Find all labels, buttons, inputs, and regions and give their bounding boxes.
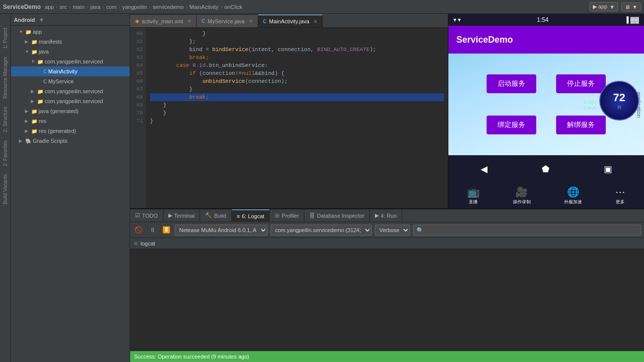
tree-item-res[interactable]: ▶ 📁 res (11, 116, 130, 126)
app-selector[interactable]: ▶ app ▼ (589, 2, 618, 11)
status-text: Success: Operation succeeded (9 minutes … (134, 354, 249, 360)
emulator-body: 启动服务 停止服务 绑定服务 解绑服务 application 72 (448, 54, 644, 155)
device-selector[interactable]: Netease MuMu Android 6.0.1, A (175, 225, 268, 236)
chevron-icon: ▶ (19, 138, 24, 143)
live-button[interactable]: 📺 直播 (467, 186, 480, 205)
start-service-button[interactable]: 启动服务 (487, 74, 536, 93)
code-line: unbindService(connection); (150, 77, 444, 85)
folder-icon: 📁 (37, 89, 43, 94)
xml-icon: ◈ (135, 18, 139, 24)
emulator-app-title: ServiceDemo (456, 35, 513, 45)
nav-back-button[interactable]: ◀ (477, 160, 492, 179)
logcat-header: ≡ logcat (130, 238, 644, 249)
code-line: } (150, 85, 444, 93)
status-bar: Success: Operation succeeded (9 minutes … (130, 351, 644, 362)
close-icon[interactable]: ✕ (313, 19, 317, 24)
code-line: if (connection!=null&&bind) { (150, 69, 444, 77)
tab-run[interactable]: ▶ 4: Run (370, 209, 402, 222)
live-icon: 📺 (467, 186, 480, 198)
tree-item-java[interactable]: ▼ 📁 java (11, 47, 130, 57)
chevron-icon: ▼ (19, 29, 24, 34)
more-button[interactable]: ⋯ 更多 (615, 186, 625, 205)
record-button[interactable]: 🎥 操作录制 (513, 186, 531, 205)
logcat-search-input[interactable] (413, 225, 641, 236)
code-editor: ◈ activity_main.xml ✕ C MyService.java ✕… (130, 14, 448, 208)
bind-service-button[interactable]: 绑定服务 (487, 116, 536, 134)
brand-label: ServiceDemo (3, 3, 41, 10)
level-selector[interactable]: Verbose Debug Info Warn Error (375, 225, 410, 236)
side-tab-structure[interactable]: 2: Structure (1, 103, 9, 136)
bottom-tabs: ☑ TODO ▶ Terminal 🔨 Build ≡ 6: Logcat (130, 209, 644, 222)
bottom-content: 🚫 ⏸ ⏬ Netease MuMu Android 6.0.1, A com.… (130, 222, 644, 351)
content-area: Android ▼ ▼ 📁 app ▶ 📁 manifests ▼ 📁 (11, 14, 644, 362)
stop-service-button[interactable]: 停止服务 (556, 74, 606, 93)
code-line: } (150, 101, 444, 109)
logcat-content[interactable] (130, 249, 644, 351)
side-tab-build-variants[interactable]: Build Variants (1, 170, 9, 208)
tree-item-package[interactable]: ▼ 📁 com.yangpeilin.serviced (11, 57, 130, 66)
device-selector[interactable]: 🖥 ▼ (621, 2, 641, 11)
emulator-bottom-bar: 📺 直播 🎥 操作录制 🌐 外服加速 (448, 183, 644, 208)
accelerate-button[interactable]: 🌐 外服加速 (564, 186, 582, 205)
folder-icon: 📁 (37, 99, 43, 104)
package-selector[interactable]: com.yangpeilin.servicedemo (3124; (271, 225, 372, 236)
project-panel-header: Android ▼ (11, 14, 130, 26)
code-line: }; (150, 38, 444, 46)
tree-item-package3[interactable]: ▶ 📁 com.yangpeilin.serviced (11, 96, 130, 106)
scroll-end-button[interactable]: ⏬ (161, 225, 172, 236)
right-panel: ◈ activity_main.xml ✕ C MyService.java ✕… (130, 14, 644, 362)
code-line: bind = bindService(intent, connection, B… (150, 46, 444, 54)
chevron-icon: ▶ (25, 39, 30, 44)
tab-todo[interactable]: ☑ TODO (130, 209, 163, 222)
build-icon: 🔨 (205, 212, 212, 219)
gradle-icon: 🐘 (25, 138, 31, 144)
side-tab-project[interactable]: 1: Project (1, 24, 9, 53)
close-icon[interactable]: ✕ (249, 18, 253, 24)
code-lines: } }; bind = bindService(intent, connecti… (146, 28, 448, 208)
tree-item-package2[interactable]: ▶ 📁 com.yangpeilin.serviced (11, 86, 130, 96)
clear-logcat-button[interactable]: 🚫 (133, 225, 144, 236)
profiler-icon: ◎ (275, 212, 280, 219)
list-icon: ≡ (134, 240, 138, 247)
left-side-tabs: 1: Project Resource Manager 2: Structure… (0, 14, 11, 362)
tab-logcat[interactable]: ≡ 6: Logcat (232, 209, 270, 222)
perf-number: 72 (613, 91, 625, 104)
folder-icon: 📁 (31, 119, 37, 124)
folder-icon: 📁 (31, 49, 37, 55)
project-panel-title: Android (14, 17, 35, 23)
more-icon: ⋯ (615, 186, 625, 198)
close-icon[interactable]: ✕ (187, 18, 191, 24)
pause-logcat-button[interactable]: ⏸ (147, 225, 158, 236)
accelerate-icon: 🌐 (567, 186, 579, 198)
tab-terminal[interactable]: ▶ Terminal (163, 209, 201, 222)
tab-myservice[interactable]: C MyService.java ✕ (197, 14, 258, 27)
tab-profiler[interactable]: ◎ Profiler (270, 209, 304, 222)
chevron-icon: ▼ (31, 59, 36, 64)
tree-item-manifests[interactable]: ▶ 📁 manifests (11, 37, 130, 47)
tree-item-java-generated[interactable]: ▶ 📁 java (generated) (11, 106, 130, 116)
tab-activity-main[interactable]: ◈ activity_main.xml ✕ (130, 14, 197, 27)
nav-home-button[interactable]: ⬟ (538, 160, 554, 179)
emulator-screen: ServiceDemo 启动服务 停止服务 绑定服务 解绑服务 appl (448, 26, 644, 208)
folder-icon: 📁 (31, 109, 37, 114)
tree-item-mainactivity[interactable]: C MainActivity (11, 66, 130, 76)
code-line: } (150, 30, 444, 38)
tab-build[interactable]: 🔨 Build (200, 209, 231, 222)
side-tab-favorites[interactable]: 2: Favorites (1, 136, 9, 170)
chevron-icon: ▶ (31, 89, 36, 94)
java-icon: C (43, 79, 47, 84)
tree-item-gradle[interactable]: ▶ 🐘 Gradle Scripts (11, 136, 130, 146)
tree-item-res-generated[interactable]: ▶ 📁 res (generated) (11, 126, 130, 136)
nav-recent-button[interactable]: ▣ (600, 160, 616, 179)
battery-signal-icons: ▐ ▓▓ (625, 16, 639, 23)
tree-item-app[interactable]: ▼ 📁 app (11, 27, 130, 37)
side-tab-resource-manager[interactable]: Resource Manager (1, 53, 9, 103)
main-layout: 1: Project Resource Manager 2: Structure… (0, 14, 644, 362)
unbind-service-button[interactable]: 解绑服务 (556, 116, 606, 134)
tab-mainactivity[interactable]: C MainActivity.java ✕ (258, 14, 323, 27)
todo-icon: ☑ (135, 212, 140, 219)
chevron-icon: ▶ (31, 99, 36, 104)
folder-icon: 📁 (31, 128, 37, 134)
tree-item-myservice[interactable]: C MyService (11, 76, 130, 86)
tab-database-inspector[interactable]: 🗄 Database Inspector (304, 209, 369, 222)
